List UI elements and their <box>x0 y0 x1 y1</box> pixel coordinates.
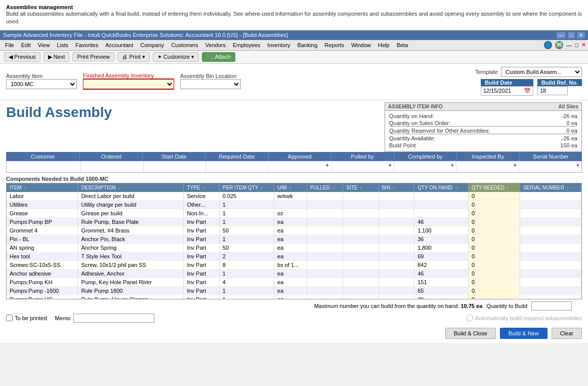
table-row[interactable]: Pumps:Pump KH Pump, Key Hole Panel River… <box>7 278 581 286</box>
table-row[interactable]: AN spring Anchor Spring Inv Part 50 ea 1… <box>7 243 581 252</box>
ordered-input[interactable] <box>81 161 144 172</box>
menu-window[interactable]: Window <box>348 41 374 49</box>
help-icon[interactable]: 96 <box>555 41 563 49</box>
close-button[interactable]: ✕ <box>577 32 585 38</box>
cell-qty-needed: 0 <box>469 260 520 269</box>
table-row[interactable]: Pin - BL Anchor Pin, Black Inv Part 1 ea… <box>7 235 581 243</box>
cell-description: Anchor Pin, Black <box>78 235 184 243</box>
menu-company[interactable]: Company <box>137 41 167 49</box>
menu-bar: File Edit View Lists Favorites Accountan… <box>0 40 588 51</box>
minimize-button[interactable]: — <box>557 32 566 38</box>
th-qty-needed: QTY NEEDED ↕ <box>469 183 520 192</box>
qty-to-build-input[interactable] <box>531 301 572 311</box>
build-ref-input[interactable] <box>537 86 568 95</box>
print-preview-button[interactable]: Print Preview <box>72 52 114 61</box>
menu-accountant[interactable]: Accountant <box>102 41 136 49</box>
menu-edit[interactable]: Edit <box>18 41 34 49</box>
table-row[interactable]: Grease Grease per build Non-In... 1 oz 0 <box>7 209 581 217</box>
table-row[interactable]: Pumps:Pump -1800 Rule Pump 1800 Inv Part… <box>7 286 581 295</box>
menu-employees[interactable]: Employees <box>230 41 263 49</box>
start-date-input[interactable] <box>144 161 206 172</box>
cell-um: ea <box>274 217 307 226</box>
components-table-wrapper[interactable]: ITEM ↕ DESCRIPTION ↕ TYPE ↕ PER ITEM QTY… <box>6 183 582 299</box>
table-row[interactable]: Grommet 4 Grommet, #4 Brass Inv Part 50 … <box>7 226 581 235</box>
cell-site <box>343 295 379 299</box>
cell-qty-on-hand: 46 <box>414 217 469 226</box>
next-button[interactable]: ▶ Next <box>44 52 70 62</box>
template-select[interactable]: Custom Build Assem... <box>501 67 582 77</box>
cell-pulled <box>307 252 343 260</box>
window-controls[interactable]: — □ ✕ <box>557 32 585 38</box>
th-serial-number: SERIAL NUMBER ↕ <box>520 183 581 192</box>
table-row[interactable]: Labor Direct Labor per build Service 0.0… <box>7 192 581 201</box>
footer-section: To be printed Memo Automatically build r… <box>0 312 588 325</box>
window-min-btn[interactable]: — <box>566 42 572 48</box>
calendar-icon[interactable]: 📅 <box>522 87 533 95</box>
print-label: Print <box>129 54 141 60</box>
table-row[interactable]: Pumps:Pump BP Rule Pump, Base Plate Inv … <box>7 217 581 226</box>
auto-build-checkbox[interactable] <box>467 315 473 321</box>
table-row[interactable]: Hex tool T Style Hex Tool Inv Part 2 ea … <box>7 252 581 260</box>
table-row[interactable]: Anchor adhesive Adhesive, Anchor Inv Par… <box>7 269 581 278</box>
attach-icon: 📎 <box>206 54 214 60</box>
th-um: U/M ↕ <box>274 183 307 192</box>
cell-bin <box>379 295 414 299</box>
th-qty-on-hand: QTY ON HAND ↕ <box>414 183 469 192</box>
menu-banking[interactable]: Banking <box>295 41 321 49</box>
table-row[interactable]: Screws:SC-10x5-SS Screw, 10x1/2 phil pan… <box>7 260 581 269</box>
required-date-input[interactable] <box>206 161 269 172</box>
top-info-section: Assemblies management Build all subassem… <box>0 0 588 30</box>
menu-inventory[interactable]: Inventory <box>264 41 293 49</box>
th-type: TYPE ↕ <box>184 183 219 192</box>
build-close-button[interactable]: Build & Close <box>445 328 496 339</box>
build-ref-header: Build Ref. No. <box>537 79 582 86</box>
cell-type: Inv Part <box>184 235 219 243</box>
approved-input[interactable]: ▾ <box>269 161 331 172</box>
customize-dropdown-arrow[interactable]: ▾ <box>191 54 194 60</box>
cell-qty-on-hand: 39 <box>414 295 469 299</box>
memo-input[interactable] <box>73 314 154 323</box>
inspected-by-input[interactable]: ▾ <box>456 161 519 172</box>
finished-assembly-select[interactable] <box>83 79 174 90</box>
table-row[interactable]: Utilities Utility charge per build Other… <box>7 200 581 209</box>
cell-qty-needed: 0 <box>469 278 520 286</box>
cell-per: 1 <box>219 295 274 299</box>
menu-lists[interactable]: Lists <box>54 41 71 49</box>
maximize-button[interactable]: □ <box>568 32 575 38</box>
clear-button[interactable]: Clear <box>552 328 582 339</box>
cell-site <box>343 243 379 252</box>
menu-view[interactable]: View <box>35 41 53 49</box>
print-button[interactable]: 🖨 Print ▾ <box>117 52 150 62</box>
menu-vendors[interactable]: Vendors <box>202 41 229 49</box>
menu-beta[interactable]: Beta <box>394 41 411 49</box>
completed-by-input[interactable]: ▾ <box>394 161 457 172</box>
template-label: Template <box>475 69 498 75</box>
serial-number-input[interactable]: ▾ <box>519 161 581 172</box>
cell-per: 1 <box>219 235 274 243</box>
menu-help[interactable]: Help <box>375 41 393 49</box>
print-dropdown-arrow[interactable]: ▾ <box>142 54 145 60</box>
window-x-btn[interactable]: ✕ <box>581 42 586 48</box>
assembly-item-group: Assembly Item 1000-MC <box>6 73 77 89</box>
cell-um: ea <box>274 226 307 235</box>
assembly-bin-select[interactable] <box>180 79 241 89</box>
pulled-by-input[interactable]: ▾ <box>331 161 394 172</box>
menu-reports[interactable]: Reports <box>321 41 347 49</box>
to-be-printed-checkbox[interactable] <box>6 315 13 321</box>
attach-button[interactable]: 📎 Attach <box>202 52 235 62</box>
menu-file[interactable]: File <box>2 41 17 49</box>
previous-button[interactable]: ◀ Previous <box>4 52 40 62</box>
cell-qty-needed: 0 <box>469 217 520 226</box>
customize-button[interactable]: ✦ Customize ▾ <box>153 52 199 62</box>
menu-customers[interactable]: Customers <box>168 41 201 49</box>
assembly-item-select[interactable]: 1000-MC <box>6 79 77 89</box>
window-restore-btn[interactable]: □ <box>575 42 578 48</box>
customer-input[interactable] <box>7 161 81 172</box>
build-new-button[interactable]: Build & New <box>500 328 548 339</box>
cell-bin <box>379 260 414 269</box>
table-row[interactable]: Pumps:Pump HC Rule Pump, House Clamps In… <box>7 295 581 299</box>
build-date-input[interactable] <box>481 87 522 95</box>
menu-favorites[interactable]: Favorites <box>72 41 101 49</box>
max-build-label: Maximum number you can build from the qu… <box>314 303 483 309</box>
cell-site <box>343 235 379 243</box>
